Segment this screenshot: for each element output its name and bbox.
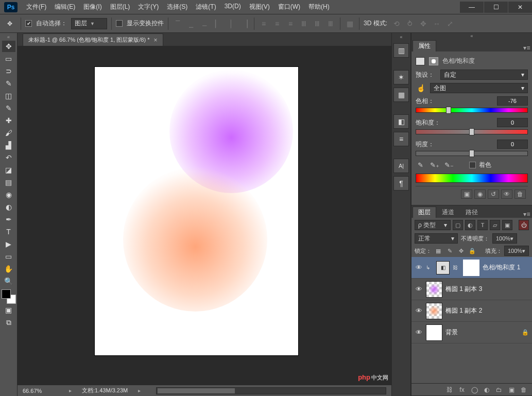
- 3d-scale-icon[interactable]: ⤢: [445, 19, 455, 29]
- eyedropper-sub-icon[interactable]: ✎₋: [444, 160, 454, 169]
- menu-image[interactable]: 图像(I): [80, 1, 105, 13]
- saturation-value[interactable]: 0: [497, 118, 528, 127]
- distribute-right-icon[interactable]: Ⅲ: [325, 19, 336, 29]
- filter-kind-dropdown[interactable]: ρ 类型 ▾: [415, 220, 451, 230]
- visibility-icon[interactable]: 👁: [415, 285, 423, 293]
- shape-tool[interactable]: ▭: [2, 251, 15, 262]
- zoom-tool[interactable]: 🔍: [2, 276, 15, 287]
- align-hcenter-icon[interactable]: │: [226, 19, 236, 29]
- targeted-adjust-icon[interactable]: ☝: [416, 84, 426, 92]
- eyedropper-tool[interactable]: ✎: [2, 102, 15, 114]
- gradient-tool[interactable]: ▤: [2, 177, 15, 188]
- reset-icon[interactable]: ↺: [488, 190, 499, 199]
- trash-icon[interactable]: 🗑: [514, 190, 526, 199]
- filter-smart-icon[interactable]: ▣: [502, 220, 512, 230]
- screen-mode-tool[interactable]: ⧉: [2, 317, 15, 328]
- colorize-checkbox[interactable]: [469, 162, 476, 168]
- menu-filter[interactable]: 滤镜(T): [192, 1, 219, 13]
- slider-thumb[interactable]: [469, 150, 474, 157]
- horizontal-scrollbar[interactable]: [156, 387, 386, 394]
- lasso-tool[interactable]: ⊃: [2, 65, 15, 77]
- delete-layer-icon[interactable]: 🗑: [519, 385, 529, 394]
- filter-toggle-icon[interactable]: ⏻: [519, 220, 529, 230]
- menu-window[interactable]: 窗口(W): [274, 1, 304, 13]
- history-brush-tool[interactable]: ↶: [2, 152, 15, 163]
- menu-view[interactable]: 视图(V): [246, 1, 273, 13]
- visibility-icon[interactable]: 👁: [501, 190, 512, 199]
- menu-edit[interactable]: 编辑(E): [51, 1, 79, 13]
- mask-icon[interactable]: [429, 57, 438, 65]
- foreground-color-swatch[interactable]: [2, 289, 11, 299]
- color-swatches[interactable]: [2, 289, 16, 304]
- mask-thumbnail[interactable]: [463, 260, 479, 276]
- eyedropper-add-icon[interactable]: ✎₊: [430, 160, 439, 169]
- view-previous-icon[interactable]: ◉: [474, 190, 486, 199]
- distribute-hcenter-icon[interactable]: Ⅲ: [312, 19, 322, 29]
- layer-name[interactable]: 色相/饱和度 1: [483, 263, 529, 272]
- healing-tool[interactable]: ✚: [2, 115, 15, 126]
- menu-file[interactable]: 文件(F): [23, 1, 50, 13]
- 3d-slide-icon[interactable]: ↔: [432, 19, 442, 29]
- slider-thumb[interactable]: [469, 128, 474, 135]
- quick-select-tool[interactable]: ✎: [2, 78, 15, 89]
- eraser-tool[interactable]: ◪: [2, 164, 15, 176]
- zoom-level[interactable]: 66.67%: [23, 388, 59, 394]
- lock-pixels-icon[interactable]: ✎: [445, 246, 454, 255]
- menu-3d[interactable]: 3D(D): [221, 1, 245, 13]
- filter-type-icon[interactable]: T: [477, 220, 488, 230]
- distribute-bottom-icon[interactable]: ≡: [285, 19, 296, 29]
- layer-thumbnail[interactable]: [426, 303, 442, 319]
- link-icon[interactable]: ⛓: [453, 265, 460, 270]
- lightness-slider[interactable]: [416, 151, 528, 156]
- layer-row[interactable]: 👁 ↳ ◧ ⛓ 色相/饱和度 1: [411, 257, 532, 279]
- 3d-pan-icon[interactable]: ✥: [418, 19, 428, 29]
- tab-layers[interactable]: 图层: [413, 206, 436, 218]
- distribute-top-icon[interactable]: ≡: [259, 19, 269, 29]
- history-panel-icon[interactable]: ▥: [393, 43, 409, 58]
- auto-select-checkbox[interactable]: [25, 20, 32, 27]
- triangle-icon[interactable]: ▸: [138, 388, 141, 393]
- window-minimize-button[interactable]: —: [460, 2, 484, 13]
- menu-help[interactable]: 帮助(H): [305, 1, 333, 13]
- menu-layer[interactable]: 图层(L): [107, 1, 134, 13]
- layer-name[interactable]: 背景: [445, 328, 519, 337]
- tab-channels[interactable]: 通道: [436, 206, 460, 218]
- lock-position-icon[interactable]: ✥: [456, 246, 466, 255]
- layer-row[interactable]: 👁 背景 🔒: [411, 322, 532, 343]
- toolbar-collapse-icon[interactable]: «: [0, 34, 17, 40]
- rect-marquee-tool[interactable]: ▭: [2, 53, 15, 64]
- stamp-tool[interactable]: ▟: [2, 140, 15, 151]
- adjustments-panel-icon[interactable]: ◧: [393, 114, 409, 129]
- lightness-value[interactable]: 0: [497, 140, 528, 149]
- adjustment-thumbnail[interactable]: ◧: [436, 261, 450, 274]
- character-panel-icon[interactable]: A|: [393, 159, 409, 173]
- blend-mode-dropdown[interactable]: 正常 ▾: [415, 233, 458, 244]
- blur-tool[interactable]: ◉: [2, 189, 15, 200]
- paragraph-panel-icon[interactable]: ¶: [393, 176, 409, 191]
- layer-thumbnail[interactable]: [426, 324, 442, 341]
- layer-name[interactable]: 椭圆 1 副本 2: [445, 306, 529, 315]
- preset-dropdown[interactable]: 自定 ▾: [440, 70, 528, 80]
- new-layer-icon[interactable]: ▣: [506, 385, 517, 394]
- link-layers-icon[interactable]: ⛓: [444, 385, 455, 394]
- brush-tool[interactable]: 🖌: [2, 127, 15, 139]
- 3d-roll-icon[interactable]: ⥁: [405, 19, 415, 29]
- document-tab[interactable]: 未标题-1 @ 66.7% (色相/饱和度 1, 图层蒙版/8) * ×: [23, 33, 163, 46]
- filter-shape-icon[interactable]: ▱: [490, 220, 500, 230]
- color-panel-icon[interactable]: ✶: [393, 70, 409, 84]
- saturation-slider[interactable]: [416, 129, 528, 134]
- crop-tool[interactable]: ◫: [2, 90, 15, 101]
- show-transform-checkbox[interactable]: [116, 20, 123, 27]
- layer-row[interactable]: 👁 椭圆 1 副本 3: [411, 279, 532, 300]
- fill-value[interactable]: 100% ▾: [504, 246, 529, 256]
- visibility-icon[interactable]: 👁: [415, 264, 423, 271]
- new-adjustment-icon[interactable]: ◐: [482, 385, 492, 394]
- layer-row[interactable]: 👁 椭圆 1 副本 2: [411, 300, 532, 322]
- quick-mask-tool[interactable]: ▣: [2, 304, 15, 316]
- move-tool-icon[interactable]: ✥: [3, 18, 16, 29]
- triangle-icon[interactable]: ▸: [69, 388, 72, 393]
- layer-name[interactable]: 椭圆 1 副本 3: [445, 285, 529, 294]
- panel-menu-icon[interactable]: ▾≡: [522, 44, 532, 51]
- type-tool[interactable]: T: [2, 226, 15, 237]
- panels-collapse-icon[interactable]: «: [411, 33, 532, 39]
